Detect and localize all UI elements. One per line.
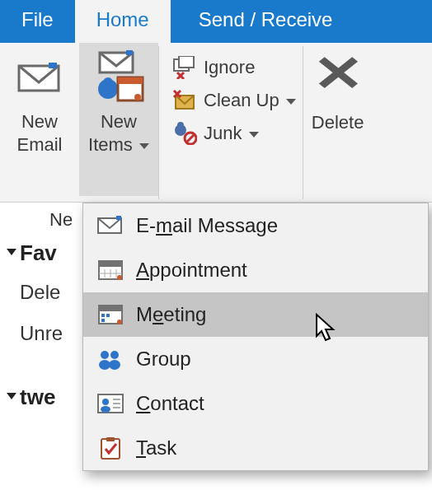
tab-send-receive[interactable]: Send / Receive (171, 0, 361, 43)
menu-task[interactable]: Task (83, 426, 428, 470)
svg-point-13 (177, 122, 184, 128)
svg-rect-42 (106, 437, 115, 441)
cleanup-button[interactable]: Clean Up (166, 84, 303, 117)
menu-appointment[interactable]: Appointment (83, 248, 428, 292)
menu-meeting[interactable]: Meeting (83, 292, 428, 337)
chevron-down-icon (249, 132, 259, 138)
expand-icon (7, 393, 16, 399)
svg-point-36 (102, 399, 109, 405)
tab-home[interactable]: Home (75, 0, 171, 43)
svg-point-30 (117, 320, 122, 324)
delete-label: Delete (312, 112, 364, 133)
new-items-dropdown: E-mail Message Appointment Meeting Group… (82, 203, 429, 471)
svg-rect-29 (101, 319, 105, 322)
menu-label: Group (136, 348, 191, 371)
chevron-down-icon (139, 143, 149, 149)
svg-rect-28 (106, 314, 110, 317)
svg-rect-26 (99, 306, 122, 311)
svg-rect-3 (126, 50, 133, 55)
tab-file[interactable]: File (0, 0, 75, 43)
svg-point-34 (109, 360, 120, 370)
new-items-button[interactable]: New Items (79, 43, 158, 196)
svg-rect-7 (118, 77, 143, 84)
cleanup-label: Clean Up (204, 90, 296, 111)
menu-group[interactable]: Group (83, 337, 428, 381)
svg-rect-17 (116, 216, 121, 220)
delete-icon: ✕ (312, 54, 364, 94)
task-icon (96, 436, 124, 460)
svg-rect-1 (49, 63, 57, 68)
svg-line-15 (186, 134, 195, 142)
svg-point-33 (99, 360, 110, 370)
new-email-button[interactable]: New Email (0, 43, 79, 156)
chevron-down-icon (286, 99, 296, 105)
junk-button[interactable]: Junk (166, 117, 303, 150)
menu-label: E-mail Message (136, 214, 278, 237)
contact-icon (96, 391, 124, 416)
svg-rect-19 (99, 261, 122, 267)
ribbon-tabstrip: File Home Send / Receive (0, 0, 432, 43)
svg-point-37 (101, 406, 110, 413)
menu-label: Contact (136, 392, 204, 415)
svg-point-24 (117, 275, 122, 280)
svg-rect-41 (101, 439, 120, 459)
svg-rect-10 (179, 56, 194, 68)
junk-label: Junk (204, 123, 259, 144)
new-items-icon (90, 48, 148, 107)
svg-rect-27 (101, 314, 105, 317)
cleanup-icon (172, 89, 197, 112)
group-icon (96, 347, 124, 371)
menu-contact[interactable]: Contact (83, 381, 428, 426)
ignore-button[interactable]: Ignore (166, 51, 303, 84)
svg-point-8 (134, 94, 141, 100)
expand-icon (7, 249, 16, 255)
calendar-icon (96, 258, 124, 282)
ignore-label: Ignore (204, 57, 255, 78)
calendar-meeting-icon (96, 302, 124, 327)
svg-point-32 (110, 351, 119, 359)
envelope-icon (11, 48, 68, 107)
new-items-label-2: Items (88, 133, 149, 156)
menu-label: Appointment (136, 259, 247, 282)
delete-button[interactable]: ✕ Delete (303, 43, 371, 133)
ribbon: New Email New Items Ignore (0, 43, 432, 203)
new-email-label-1: New (21, 110, 58, 133)
menu-email-message[interactable]: E-mail Message (83, 203, 428, 248)
new-email-label-2: Email (16, 133, 62, 156)
junk-icon (172, 122, 197, 145)
svg-point-5 (103, 77, 113, 87)
menu-label: Task (136, 436, 176, 460)
new-items-label-1: New (101, 110, 137, 133)
envelope-icon (96, 213, 124, 238)
svg-point-31 (101, 351, 109, 359)
menu-label: Meeting (136, 303, 206, 326)
ignore-icon (172, 56, 197, 79)
cleanup-group: Ignore Clean Up Junk (159, 43, 303, 150)
